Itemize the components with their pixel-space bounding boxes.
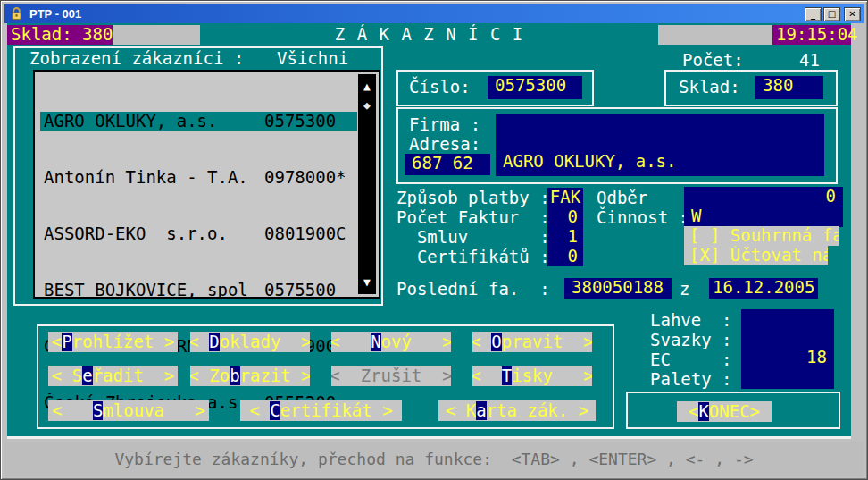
lahve-label: Lahve : <box>650 311 732 330</box>
list-item[interactable]: BEST BOJKOVICE, spol0575500 <box>44 281 354 299</box>
sklad-field: 380 <box>755 76 823 99</box>
posledni-fa-label: Poslední fa. : <box>396 280 550 299</box>
zrusit-button: < Zrušit > <box>331 366 451 386</box>
scroll-up-icon[interactable]: ▲ <box>358 77 376 96</box>
minimize-button[interactable]: _ <box>805 7 822 21</box>
uctovat-najmy-checkbox[interactable]: [X] Účtovat nájmy <box>684 246 828 265</box>
firma-label: Firma : <box>409 115 480 134</box>
cislo-field: 0575300 <box>488 76 582 99</box>
prohlizet-button[interactable]: <Prohlížet > <box>48 332 178 352</box>
count-value: 41 <box>768 51 820 70</box>
doklady-button[interactable]: < Doklady > <box>190 332 310 352</box>
adresa-label: Adresa: <box>409 135 480 154</box>
cinnost-label: Činnost : <box>597 208 689 227</box>
customer-list: AGRO OKLUKY, a.s.0575300 Antonín Tinka -… <box>33 70 380 299</box>
sklad-label: Sklad: <box>679 78 740 97</box>
smlouva-button[interactable]: < Smlouva > <box>48 400 209 421</box>
cinnost-field: W <box>684 206 843 227</box>
maximize-button[interactable]: □ <box>823 7 840 21</box>
psc-field: 687 62 <box>405 154 490 175</box>
karta-zak-button[interactable]: < Karta zák. > <box>438 400 596 421</box>
window-title: PTP - 001 <box>29 7 805 21</box>
scroll-thumb-icon[interactable]: ◆ <box>358 96 376 114</box>
opravit-button[interactable]: < Opravit > <box>472 332 592 352</box>
address-field: AGRO OKLUKY, a.s. Nivnická 839 Dolní Něm… <box>496 114 824 176</box>
list-item[interactable]: AGRO OKLUKY, a.s.0575300 <box>40 112 357 131</box>
cislo-box: Číslo: 0575300 <box>396 70 594 106</box>
lahve-value: 18 <box>741 348 834 367</box>
konec-button[interactable]: <KONEC> <box>677 401 772 422</box>
dos-screen: Sklad: 380 Z Á K A Z N Í C I 19:15:04 Zo… <box>7 23 851 439</box>
clock: 19:15:04 <box>772 25 851 45</box>
palety-label: Palety : <box>650 370 732 389</box>
firma-box: Firma : Adresa: 687 62 AGRO OKLUKY, a.s.… <box>396 107 838 184</box>
screen-title: Z Á K A Z N Í C I <box>204 25 655 44</box>
stats-fields: 18 0 0 0 <box>741 309 834 389</box>
smluv-field: 1 <box>547 227 583 247</box>
sklad-badge: Sklad: 380 <box>7 25 113 45</box>
list-scrollbar[interactable]: ▲ ◆ ▼ <box>358 74 376 294</box>
tisky-button[interactable]: < Tisky > <box>472 366 592 386</box>
list-item[interactable]: Antonín Tinka - T.A.0978000* <box>44 168 354 187</box>
ec-label: EC : <box>650 350 732 369</box>
title-bar: PTP - 001 _ □ ✕ <box>4 4 864 23</box>
zpusob-platby-label: Způsob platby : <box>396 189 550 207</box>
certifikatu-label: Certifikátů : <box>396 248 550 266</box>
sklad-box: Sklad: 380 <box>664 70 838 106</box>
smluv-label: Smluv : <box>396 228 550 247</box>
pocet-faktur-field: 0 <box>547 207 583 227</box>
posledni-fa-z-label: z <box>680 280 689 299</box>
souhrnna-fakt-checkbox[interactable]: [ ] Souhrnná fakt. <box>684 226 839 246</box>
svazky-label: Svazky : <box>650 331 732 349</box>
status-bar: Vybírejte zákazníky, přechod na funkce: … <box>4 442 864 476</box>
certifikatu-field: 0 <box>547 247 583 266</box>
topbar-gray-segment-left <box>113 25 200 45</box>
firma-value: AGRO OKLUKY, a.s. <box>503 152 824 172</box>
status-text: Vybírejte zákazníky, přechod na funkce: … <box>114 450 753 468</box>
odber-field: 0 <box>684 187 843 207</box>
posledni-fa-date-field: 16.12.2005 <box>709 278 818 299</box>
konec-box: <KONEC> <box>626 392 840 429</box>
novy-button[interactable]: < Nový > <box>331 332 451 352</box>
zobrazit-button[interactable]: < Zobrazit > <box>190 366 310 386</box>
seradit-button[interactable]: < Seřadit > <box>48 366 178 386</box>
certifikat-button[interactable]: < Certifikát > <box>240 400 402 421</box>
pocet-faktur-label: Počet Faktur : <box>396 208 550 227</box>
zpusob-platby-field: FAK <box>547 188 583 207</box>
app-window: PTP - 001 _ □ ✕ Sklad: 380 Z Á K A Z N Í… <box>0 0 868 480</box>
list-item[interactable]: ASSORD-EKO s.r.o.0801900C <box>44 224 354 243</box>
scroll-down-icon[interactable]: ▼ <box>358 273 376 291</box>
count-label: Počet: <box>682 51 744 70</box>
padlock-icon <box>10 7 23 21</box>
cislo-label: Číslo: <box>409 78 471 97</box>
close-button[interactable]: ✕ <box>844 7 861 21</box>
topbar-gray-segment-right <box>658 25 772 45</box>
posledni-fa-field: 380050188 <box>564 278 672 299</box>
